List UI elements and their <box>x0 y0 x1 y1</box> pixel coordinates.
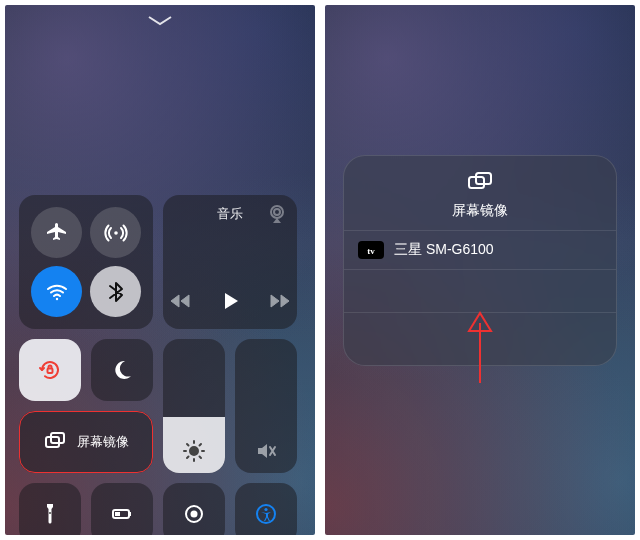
svg-point-7 <box>190 447 198 455</box>
brightness-icon <box>182 439 206 463</box>
rotation-lock-toggle[interactable] <box>19 339 81 401</box>
annotation-arrow-icon <box>465 305 495 385</box>
screen-mirroring-picker-screenshot: 屏幕镜像 tv 三星 SM-G6100 <box>325 5 635 535</box>
device-name: 三星 SM-G6100 <box>394 241 494 259</box>
screen-mirroring-icon <box>43 430 67 454</box>
do-not-disturb-toggle[interactable] <box>91 339 153 401</box>
appletv-badge-icon: tv <box>358 241 384 259</box>
control-center-grid: 音乐 屏幕镜像 <box>19 195 301 535</box>
svg-point-0 <box>114 231 118 235</box>
accessibility-button[interactable] <box>235 483 297 535</box>
svg-rect-11 <box>115 512 120 516</box>
music-transport-controls <box>168 289 292 313</box>
device-row[interactable]: tv 三星 SM-G6100 <box>344 230 616 269</box>
connectivity-group <box>19 195 153 329</box>
low-power-mode-button[interactable] <box>91 483 153 535</box>
svg-point-2 <box>271 206 283 218</box>
svg-point-13 <box>191 511 198 518</box>
wifi-toggle[interactable] <box>31 266 82 317</box>
next-track-button[interactable] <box>268 289 292 313</box>
music-title: 音乐 <box>217 205 243 223</box>
screen-mirroring-icon <box>466 170 494 202</box>
collapse-chevron-icon[interactable] <box>146 13 174 27</box>
play-button[interactable] <box>218 289 242 313</box>
panel-title: 屏幕镜像 <box>452 202 508 220</box>
screen-record-button[interactable] <box>163 483 225 535</box>
screen-mirroring-label: 屏幕镜像 <box>77 433 129 451</box>
svg-point-15 <box>264 508 267 511</box>
svg-rect-10 <box>130 512 132 516</box>
volume-mute-icon <box>254 439 278 463</box>
screen-mirroring-button[interactable]: 屏幕镜像 <box>19 411 153 473</box>
brightness-slider[interactable] <box>163 339 225 473</box>
svg-text:tv: tv <box>367 246 375 256</box>
volume-slider[interactable] <box>235 339 297 473</box>
bluetooth-toggle[interactable] <box>90 266 141 317</box>
svg-point-1 <box>55 297 57 299</box>
prev-track-button[interactable] <box>168 289 192 313</box>
airplay-audio-icon[interactable] <box>265 203 289 227</box>
ios-control-center-screenshot: 音乐 屏幕镜像 <box>5 5 315 535</box>
flashlight-button[interactable] <box>19 483 81 535</box>
svg-point-8 <box>49 512 51 514</box>
cellular-data-toggle[interactable] <box>90 207 141 258</box>
airplane-mode-toggle[interactable] <box>31 207 82 258</box>
music-card[interactable]: 音乐 <box>163 195 297 329</box>
panel-header: 屏幕镜像 <box>344 156 616 230</box>
svg-point-3 <box>274 209 280 215</box>
svg-rect-4 <box>48 369 53 374</box>
